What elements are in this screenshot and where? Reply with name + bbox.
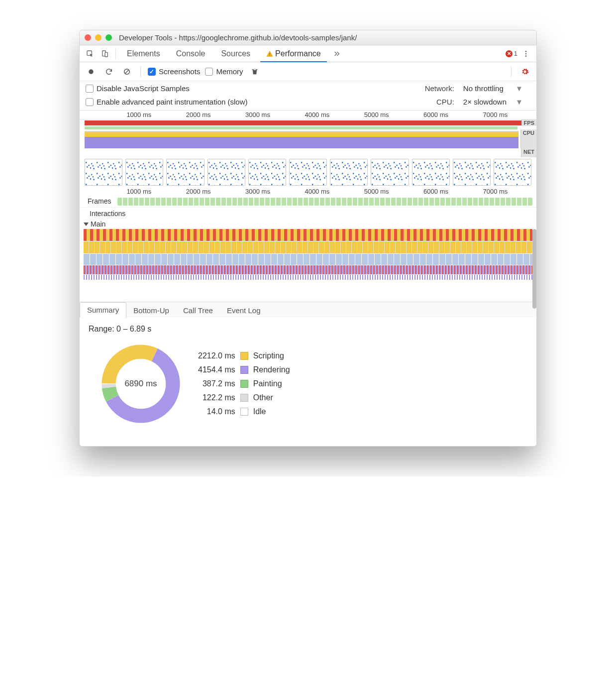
network-select[interactable]: No throttling [463,84,507,93]
legend-value: 14.0 ms [198,407,235,416]
error-icon: ✕ [506,50,513,57]
tab-sources[interactable]: Sources [214,45,257,62]
record-icon[interactable] [85,65,98,78]
clear-icon[interactable] [120,65,133,78]
disable-js-checkbox[interactable]: Disable JavaScript Samples [86,84,190,93]
overview-pane[interactable]: 1000 ms2000 ms3000 ms4000 ms5000 ms6000 … [80,111,536,187]
flame-row[interactable] [84,265,532,274]
cpu-label: CPU: [425,98,454,106]
enable-paint-checkbox[interactable]: Enable advanced paint instrumentation (s… [86,98,248,106]
tab-summary[interactable]: Summary [80,302,126,318]
svg-rect-2 [105,52,107,57]
overview-ruler: 1000 ms2000 ms3000 ms4000 ms5000 ms6000 … [80,111,536,119]
close-icon[interactable] [85,34,91,41]
zoom-icon[interactable] [105,34,112,41]
svg-point-6 [525,53,527,54]
network-label: Network: [425,84,454,93]
ruler-tick: 4000 ms [305,111,329,118]
flame-row[interactable] [84,254,532,265]
net-row: NET [80,148,536,157]
legend-label: Rendering [253,365,290,374]
screenshot-thumb[interactable] [207,159,245,186]
svg-line-10 [125,70,129,74]
screenshot-thumb[interactable] [453,159,491,186]
ruler-tick: 4000 ms [305,188,329,195]
perf-toolbar: Screenshots Memory [80,62,536,81]
screenshot-thumb[interactable] [166,159,204,186]
svg-rect-4 [270,55,270,56]
legend-label: Scripting [253,351,290,360]
legend-value: 122.2 ms [198,393,235,402]
screenshot-thumb[interactable] [248,159,286,186]
tab-performance[interactable]: Performance [259,45,328,62]
screenshot-thumb[interactable] [494,159,531,186]
ruler-tick: 3000 ms [245,188,270,195]
timeline-pane[interactable]: 1000 ms2000 ms3000 ms4000 ms5000 ms6000 … [80,187,536,302]
chevron-down-icon[interactable]: ▼ [515,98,530,106]
reload-icon[interactable] [103,65,115,78]
cpu-select[interactable]: 2× slowdown [463,98,507,106]
screenshot-thumb[interactable] [371,159,409,186]
screenshot-thumb[interactable] [85,159,122,186]
screenshot-thumbnails[interactable] [80,157,536,187]
flame-row[interactable] [84,275,532,280]
legend-swatch [240,394,248,402]
legend-swatch [240,366,248,374]
ruler-tick: 3000 ms [245,111,270,118]
settings-gear-icon[interactable] [518,65,531,78]
titlebar: Developer Tools - https://googlechrome.g… [80,30,536,45]
flame-row[interactable] [84,241,532,253]
scrollbar-thumb[interactable] [532,229,536,309]
tab-bottom-up[interactable]: Bottom-Up [126,303,176,318]
fps-row: FPS [80,119,536,126]
divider [140,66,141,77]
trash-icon[interactable] [248,65,261,78]
checkbox-icon [205,68,213,76]
more-tabs-icon[interactable] [330,47,343,60]
legend-swatch [240,408,248,416]
flame-chart[interactable] [80,229,536,302]
window-title: Developer Tools - https://googlechrome.g… [119,33,357,42]
memory-checkbox[interactable]: Memory [205,67,243,76]
legend-swatch [240,380,248,388]
ruler-tick: 7000 ms [483,111,508,118]
ruler-tick: 2000 ms [186,111,211,118]
svg-point-8 [89,69,93,74]
panel-tabs: Elements Console Sources Performance ✕ 1 [80,45,536,62]
tab-console[interactable]: Console [169,45,212,62]
chevron-down-icon[interactable]: ▼ [515,84,530,93]
checkbox-icon [86,85,94,93]
frames-track[interactable]: Frames [80,196,536,207]
svg-point-7 [525,55,527,57]
summary-donut-chart: 6890 ms [99,342,183,426]
ruler-tick: 6000 ms [423,111,448,118]
legend-value: 387.2 ms [198,379,235,388]
screenshot-thumb[interactable] [289,159,327,186]
svg-point-5 [525,51,527,52]
ruler-tick: 2000 ms [186,188,211,195]
tab-call-tree[interactable]: Call Tree [176,303,220,318]
main-track-header[interactable]: Main [80,219,536,229]
capture-options: Disable JavaScript Samples Network: No t… [80,81,536,111]
error-count[interactable]: ✕ 1 [506,50,517,57]
details-tabs: Summary Bottom-Up Call Tree Event Log [80,302,536,318]
tab-event-log[interactable]: Event Log [220,303,268,318]
screenshot-thumb[interactable] [412,159,450,186]
tab-elements[interactable]: Elements [120,45,167,62]
device-toggle-icon[interactable] [99,47,111,60]
range-text: Range: 0 – 6.89 s [89,325,527,334]
screenshot-thumb[interactable] [330,159,368,186]
ruler-tick: 1000 ms [126,188,151,195]
screenshot-thumb[interactable] [125,159,163,186]
screenshots-checkbox[interactable]: Screenshots [148,67,200,76]
inspect-element-icon[interactable] [84,47,97,60]
minimize-icon[interactable] [95,34,102,41]
interactions-track[interactable]: Interactions [80,207,536,219]
kebab-menu-icon[interactable] [519,47,532,60]
checkbox-icon [86,98,94,106]
legend-value: 2212.0 ms [198,351,235,360]
timeline-ruler: 1000 ms2000 ms3000 ms4000 ms5000 ms6000 … [80,187,536,196]
ruler-tick: 1000 ms [126,111,151,118]
divider [115,48,116,59]
flame-row[interactable] [84,229,532,241]
